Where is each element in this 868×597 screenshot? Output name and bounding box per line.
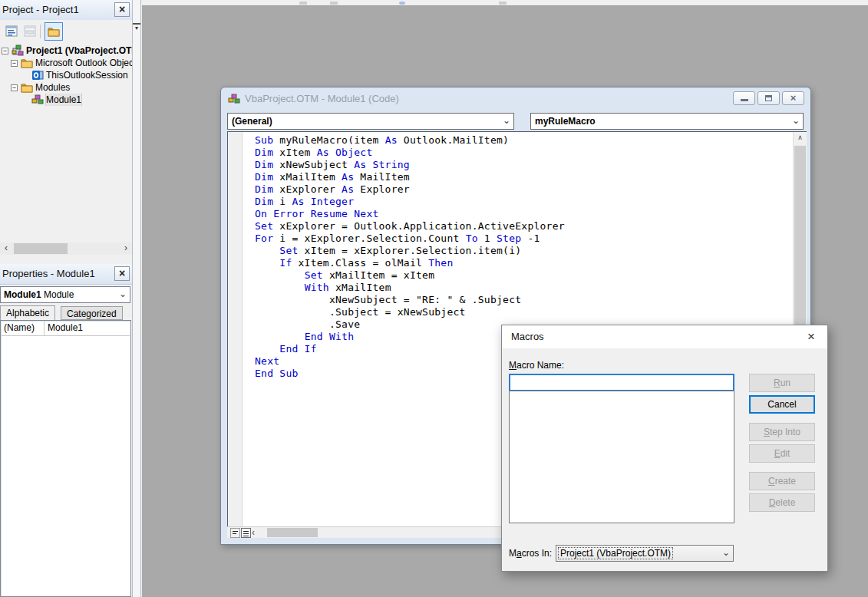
- close-button[interactable]: ×: [782, 91, 804, 105]
- code-line: Dim i As Integer: [255, 196, 793, 208]
- property-row[interactable]: (Name) Module1: [2, 322, 130, 336]
- cancel-button[interactable]: Cancel: [749, 395, 815, 414]
- code-line: If xItem.Class = olMail Then: [255, 257, 793, 269]
- properties-panel-close-button[interactable]: ×: [114, 266, 130, 281]
- properties-panel-title: Properties - Module1: [2, 268, 113, 279]
- tree-item-project1-vbaproject-otm[interactable]: −Project1 (VbaProject.OTM): [0, 45, 132, 57]
- chevron-down-icon: ⌄: [722, 547, 730, 558]
- macros-dialog: Macros × Macro Name: RunCancelStep IntoE…: [501, 325, 828, 572]
- dock-scrollbar[interactable]: ▾: [132, 0, 141, 597]
- macro-name-input[interactable]: [509, 374, 734, 391]
- restore-button[interactable]: [757, 91, 780, 105]
- tree-item-thisoutlooksession[interactable]: ThisOutlookSession: [0, 69, 132, 81]
- overflow-chevron-icon[interactable]: ▾: [133, 23, 140, 32]
- project-panel-titlebar: Project - Project1 ×: [0, 0, 132, 21]
- outlook-icon: [31, 69, 44, 81]
- tree-item-modules[interactable]: −Modules: [0, 81, 132, 94]
- scroll-left-icon[interactable]: ‹: [252, 527, 255, 538]
- tree-item-microsoft-outlook-objects[interactable]: −Microsoft Outlook Objects: [0, 57, 132, 69]
- left-dock: Project - Project1 × −Project1 (VbaProje…: [0, 0, 142, 597]
- project-panel-title: Project - Project1: [2, 4, 113, 15]
- code-window-titlebar[interactable]: VbaProject.OTM - Module1 (Code) ×: [221, 87, 810, 110]
- view-object-icon[interactable]: [21, 23, 38, 40]
- chevron-down-icon: ⌄: [503, 115, 510, 126]
- code-margin[interactable]: [228, 132, 243, 526]
- tree-collapse-icon[interactable]: −: [11, 60, 18, 67]
- folder-icon: [21, 57, 33, 69]
- code-line: On Error Resume Next: [255, 208, 793, 220]
- property-name: (Name): [2, 322, 45, 335]
- macros-in-label: Macros In:: [509, 548, 552, 559]
- property-value[interactable]: Module1: [48, 322, 83, 335]
- tab-alphabetic[interactable]: Alphabetic: [0, 305, 55, 320]
- folder-icon: [21, 81, 33, 94]
- tree-item-label[interactable]: Project1 (VbaProject.OTM): [26, 45, 132, 57]
- scroll-right-icon[interactable]: ›: [120, 242, 132, 255]
- properties-panel-titlebar: Properties - Module1 ×: [0, 264, 132, 285]
- code-line: With xMailItem: [255, 282, 793, 294]
- code-line: xNewSubject = "RE: " & .Subject: [255, 294, 793, 306]
- code-line: Set xExplorer = Outlook.Application.Acti…: [255, 220, 793, 233]
- tree-collapse-icon[interactable]: −: [11, 84, 18, 91]
- chevron-down-icon: ⌄: [119, 289, 127, 299]
- selected-object-type: Module: [41, 289, 74, 300]
- macro-name-label: Macro Name:: [509, 360, 564, 371]
- properties-grid: (Name) Module1: [0, 320, 131, 597]
- view-code-icon[interactable]: [3, 23, 20, 40]
- object-dropdown[interactable]: (General) ⌄: [227, 113, 514, 130]
- project-tree-hscrollbar[interactable]: ‹ ›: [0, 242, 132, 255]
- code-line: .Subject = xNewSubject: [255, 306, 793, 318]
- tree-collapse-icon[interactable]: −: [2, 48, 8, 54]
- step-into-button[interactable]: Step Into: [749, 423, 815, 441]
- code-line: Dim xItem As Object: [255, 147, 793, 159]
- dialog-close-button[interactable]: ×: [801, 328, 821, 346]
- module-icon: [228, 93, 240, 105]
- dialog-titlebar[interactable]: Macros ×: [502, 325, 827, 348]
- code-line: Dim xMailItem As MailItem: [255, 171, 793, 183]
- tree-item-label[interactable]: Module1: [46, 94, 81, 106]
- chevron-down-icon: ⌄: [792, 115, 800, 126]
- code-line: Dim xNewSubject As String: [255, 159, 793, 171]
- tree-item-label[interactable]: ThisOutlookSession: [46, 69, 128, 81]
- procedure-view-icon[interactable]: [230, 528, 240, 538]
- procedure-dropdown[interactable]: myRuleMacro ⌄: [530, 113, 804, 130]
- tree-item-label[interactable]: Microsoft Outlook Objects: [35, 57, 132, 69]
- scroll-left-icon[interactable]: ‹: [0, 242, 12, 255]
- hscroll-thumb[interactable]: [267, 528, 318, 537]
- hscroll-thumb[interactable]: [14, 243, 68, 254]
- macros-in-dropdown[interactable]: Project1 (VbaProject.OTM) ⌄: [556, 545, 734, 562]
- tree-item-label[interactable]: Modules: [35, 81, 70, 94]
- vba-editor-screen: Project - Project1 × −Project1 (VbaProje…: [0, 0, 868, 597]
- top-toolbar-partial: [142, 0, 868, 6]
- properties-tabs: Alphabetic Categorized: [0, 305, 132, 319]
- code-window-title: VbaProject.OTM - Module1 (Code): [245, 93, 399, 104]
- selected-object-name: Module1: [4, 289, 41, 300]
- edit-button[interactable]: Edit: [749, 444, 815, 463]
- toggle-folders-icon[interactable]: [45, 22, 63, 41]
- create-button[interactable]: Create: [749, 472, 815, 490]
- toolbar-icon-fragment: [399, 2, 405, 5]
- project-panel-close-button[interactable]: ×: [114, 2, 130, 17]
- code-line: For i = xExplorer.Selection.Count To 1 S…: [255, 233, 793, 245]
- code-line: Set xMailItem = xItem: [255, 269, 793, 282]
- properties-object-selector[interactable]: Module1 Module ⌄: [0, 286, 130, 303]
- minimize-button[interactable]: [733, 91, 755, 105]
- toolbar-separator: [40, 25, 41, 38]
- project-tree: −Project1 (VbaProject.OTM)−Microsoft Out…: [0, 45, 132, 241]
- tab-categorized[interactable]: Categorized: [61, 306, 123, 320]
- toolbar-icon-fragment: [299, 2, 307, 5]
- project-icon: [12, 45, 24, 57]
- delete-button[interactable]: Delete: [749, 493, 815, 512]
- code-line: Set xItem = xExplorer.Selection.item(i): [255, 245, 793, 257]
- project-panel-toolbar: [0, 20, 132, 43]
- code-line: Dim xExplorer As Explorer: [255, 183, 793, 196]
- scroll-up-icon[interactable]: ∧: [794, 132, 807, 144]
- toolbar-icon-fragment: [499, 2, 507, 5]
- tree-item-module1[interactable]: Module1: [0, 94, 132, 106]
- macro-listbox[interactable]: [509, 391, 734, 523]
- dialog-title: Macros: [511, 331, 544, 342]
- toolbar-icon-fragment: [330, 2, 338, 5]
- module-icon: [31, 94, 44, 106]
- full-module-view-icon[interactable]: [241, 528, 251, 538]
- run-button[interactable]: Run: [749, 374, 815, 392]
